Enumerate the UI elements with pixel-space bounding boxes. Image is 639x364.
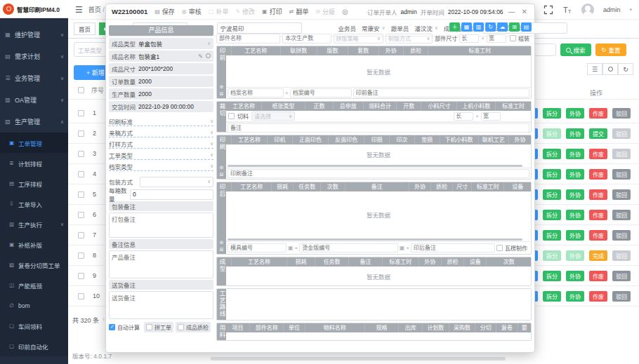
clear-icon[interactable]: ×: [406, 245, 409, 251]
product-type-row[interactable]: 成品类型 单盒包装 ∨: [109, 38, 213, 49]
reject-button[interactable]: 驳回: [612, 250, 631, 261]
monitor-icon[interactable]: ▥: [473, 22, 484, 32]
mold-no-input[interactable]: [228, 243, 286, 252]
impose-strategy-select[interactable]: 拼版策略∨: [334, 34, 383, 43]
print-standard-select[interactable]: 印刷标准∨: [109, 116, 213, 126]
void-button[interactable]: 作废: [589, 210, 607, 220]
reject-button[interactable]: 驳回: [612, 210, 631, 220]
submit-button[interactable]: 提交: [589, 128, 607, 139]
complete-button[interactable]: 完成: [589, 250, 607, 261]
reject-button[interactable]: 驳回: [612, 271, 631, 281]
sidebar-item-bom[interactable]: ∅ bom: [0, 295, 68, 316]
void-button[interactable]: 作废: [589, 271, 607, 281]
cut-material-checkbox[interactable]: [228, 113, 235, 119]
part-width-input[interactable]: [487, 34, 506, 43]
sidebar-item-prepress-auto[interactable]: ▢ 印前自动化: [0, 336, 68, 356]
sidebar-item-maintenance[interactable]: ▦ 维护管理 ∨: [0, 24, 68, 46]
sidebar-item-workshop-material[interactable]: ▢ 车间领料: [0, 316, 68, 336]
pack-mode-select[interactable]: ∨: [140, 177, 213, 187]
small-material-length-input[interactable]: [454, 112, 473, 121]
corrugated-checkbox[interactable]: 瓦楞制作: [496, 243, 529, 253]
sidebar-item-plan-schedule[interactable]: ≣ 计划排程: [0, 153, 68, 173]
horizontal-scrollbar[interactable]: [228, 238, 522, 241]
row-checkbox[interactable]: [78, 151, 84, 157]
document-icon[interactable]: ▤: [521, 22, 532, 32]
per-box-qty-input[interactable]: [130, 189, 213, 200]
merge-order-checkbox[interactable]: 拼工单: [144, 322, 173, 332]
split-button[interactable]: 拆分: [543, 250, 561, 261]
split-plate-button[interactable]: ⊞分版: [315, 7, 335, 16]
box-icon[interactable]: ▣: [400, 245, 405, 251]
select-all-checkbox[interactable]: [78, 87, 84, 93]
box-icon[interactable]: ▣: [288, 245, 294, 251]
part-length-input[interactable]: [459, 34, 479, 43]
split-button[interactable]: 拆分: [543, 108, 561, 119]
product-qc-checkbox[interactable]: 成品质检: [176, 322, 211, 332]
plate-mode-select[interactable]: 制版方式∨: [386, 34, 433, 43]
assemble-checkbox[interactable]: 组装: [510, 33, 532, 43]
sidebar-item-order-import[interactable]: ⇩ 工单导入: [0, 194, 68, 214]
outsource-button[interactable]: 外协: [566, 189, 584, 200]
edit-icon[interactable]: ✎: [198, 53, 203, 60]
delete-row-icon[interactable]: ⊠: [220, 91, 224, 97]
close-icon[interactable]: ✕: [520, 8, 529, 15]
minimize-icon[interactable]: —: [507, 8, 517, 15]
outsource-button[interactable]: 外协: [566, 108, 584, 119]
split-button[interactable]: 拆分: [543, 189, 561, 200]
delivery-note-textarea[interactable]: [109, 291, 213, 319]
reject-button[interactable]: 驳回: [612, 149, 631, 159]
outsource-button[interactable]: 外协: [566, 128, 584, 139]
sidebar-item-business[interactable]: ☰ 业务管理 ∨: [0, 67, 68, 89]
clear-icon[interactable]: ×: [295, 245, 298, 251]
save-button[interactable]: ▤保存: [154, 7, 175, 16]
sidebar-item-capacity[interactable]: ◫ 产能瓶颈: [0, 275, 68, 295]
void-button[interactable]: 作废: [589, 169, 607, 180]
row-checkbox[interactable]: [78, 110, 84, 116]
archive-no-input[interactable]: [290, 88, 352, 97]
reject-button[interactable]: 驳回: [612, 291, 631, 302]
add-row-icon[interactable]: ⊕: [220, 240, 224, 245]
search-icon[interactable]: [206, 53, 211, 60]
visibility-icon[interactable]: ◎: [342, 8, 348, 15]
work-order-type-select[interactable]: 工单类型∨: [109, 150, 213, 160]
sidebar-item-oa[interactable]: ▥ OA管理 ∨: [0, 89, 68, 111]
reject-button[interactable]: 驳回: [612, 169, 631, 180]
density-icon[interactable]: ☰: [587, 63, 602, 75]
sidebar-item-production[interactable]: ▧ 生产管理 ∧: [0, 111, 68, 133]
horizontal-scrollbar[interactable]: [228, 165, 522, 167]
production-qty-input[interactable]: [282, 34, 331, 43]
archive-type-select[interactable]: 档案类型∨: [109, 161, 213, 171]
column-search-icon[interactable]: [602, 63, 618, 75]
row-checkbox[interactable]: [78, 171, 84, 177]
split-button[interactable]: 拆分: [543, 128, 561, 139]
split-button[interactable]: 拆分: [543, 291, 561, 302]
cloud-icon[interactable]: ☁: [497, 22, 508, 32]
split-button[interactable]: 拆分: [543, 271, 561, 281]
paper-type-select[interactable]: 请选择∨: [251, 112, 295, 121]
stamp-plate-no-input[interactable]: [299, 243, 398, 252]
sidebar-item-demand-plan[interactable]: ▤ 需求计划 ∨: [0, 46, 68, 67]
outsource-button[interactable]: 外协: [566, 210, 584, 220]
add-icon[interactable]: ＋: [449, 22, 460, 32]
horizontal-scrollbar[interactable]: [211, 357, 506, 360]
delete-row-icon[interactable]: ⊠: [220, 247, 224, 252]
void-button[interactable]: 作废: [589, 291, 607, 302]
cutting-note-input[interactable]: [228, 123, 529, 133]
row-checkbox[interactable]: [78, 293, 84, 299]
row-checkbox[interactable]: [78, 252, 84, 259]
manuscript-mode-select[interactable]: 来稿方式∨: [109, 128, 213, 137]
void-button[interactable]: 作废: [589, 149, 607, 159]
sidebar-item-paper-plate[interactable]: ▣ 补纸补版: [0, 234, 68, 255]
copy-icon[interactable]: ▦: [461, 22, 472, 32]
modify-button[interactable]: ✎修改: [235, 7, 255, 16]
outsource-button[interactable]: 外协: [566, 291, 584, 302]
product-remark-textarea[interactable]: [109, 250, 213, 278]
avatar[interactable]: [581, 4, 594, 16]
reject-button[interactable]: 驳回: [612, 189, 631, 200]
sync-icon[interactable]: ↻: [485, 22, 496, 32]
add-row-icon[interactable]: ⊕: [220, 165, 224, 170]
outsource-button[interactable]: 外协: [566, 149, 584, 159]
archive-name-input[interactable]: [228, 88, 284, 97]
delete-row-icon[interactable]: ⊠: [220, 172, 224, 177]
proof-mode-select[interactable]: 打样方式∨: [109, 139, 213, 149]
